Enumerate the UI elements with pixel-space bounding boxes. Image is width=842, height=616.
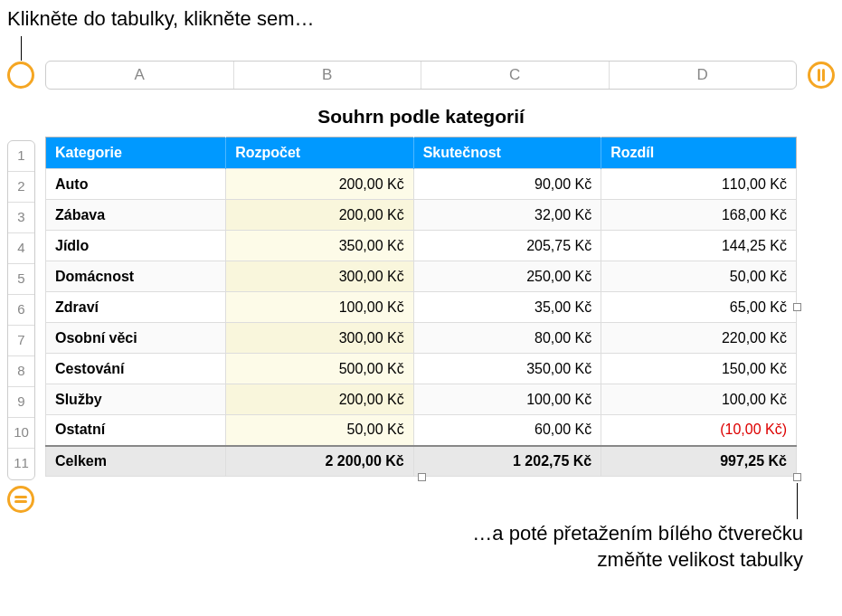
- cell-category[interactable]: Cestování: [46, 354, 226, 384]
- callout-line-top: [21, 36, 22, 61]
- cell-budget[interactable]: 200,00 Kč: [226, 200, 414, 231]
- row-header-5[interactable]: 5: [8, 264, 34, 295]
- table-resize-handle[interactable]: [793, 473, 801, 481]
- row-header-8[interactable]: 8: [8, 356, 34, 387]
- cell-diff[interactable]: 220,00 Kč: [601, 323, 797, 354]
- callout-bottom-line1: …a poté přetažením bílého čtverečku: [472, 522, 803, 545]
- cell-budget[interactable]: 200,00 Kč: [226, 384, 414, 415]
- table-row: Auto200,00 Kč90,00 Kč110,00 Kč: [46, 169, 797, 200]
- cell-diff[interactable]: (10,00 Kč): [601, 415, 797, 446]
- table-row: Služby200,00 Kč100,00 Kč100,00 Kč: [46, 384, 797, 415]
- row-header-7[interactable]: 7: [8, 326, 34, 356]
- cell-diff[interactable]: 50,00 Kč: [601, 261, 797, 292]
- cell-actual[interactable]: 205,75 Kč: [413, 231, 601, 261]
- row-headers: 1234567891011: [7, 140, 35, 480]
- cell-category[interactable]: Jídlo: [46, 231, 226, 261]
- cell-budget[interactable]: 500,00 Kč: [226, 354, 414, 384]
- callout-line-bottom: [797, 483, 798, 519]
- cell-diff[interactable]: 110,00 Kč: [601, 169, 797, 200]
- cell-actual[interactable]: 90,00 Kč: [413, 169, 601, 200]
- cell-category[interactable]: Domácnost: [46, 261, 226, 292]
- row-header-3[interactable]: 3: [8, 203, 34, 233]
- cell-actual[interactable]: 60,00 Kč: [413, 415, 601, 446]
- row-header-11[interactable]: 11: [8, 449, 34, 479]
- row-header-2[interactable]: 2: [8, 172, 34, 203]
- cell-budget[interactable]: 50,00 Kč: [226, 415, 414, 446]
- cell-budget[interactable]: 300,00 Kč: [226, 261, 414, 292]
- header-actual[interactable]: Skutečnost: [413, 137, 601, 169]
- table-row: Zdraví100,00 Kč35,00 Kč65,00 Kč: [46, 292, 797, 323]
- table-area: Souhrn podle kategorií Kategorie Rozpoče…: [45, 97, 797, 477]
- cell-budget[interactable]: 200,00 Kč: [226, 169, 414, 200]
- cell-diff[interactable]: 150,00 Kč: [601, 354, 797, 384]
- callout-bottom: …a poté přetažením bílého čtverečku změň…: [472, 521, 803, 573]
- cell-category[interactable]: Zdraví: [46, 292, 226, 323]
- table-row: Jídlo350,00 Kč205,75 Kč144,25 Kč: [46, 231, 797, 261]
- cell-diff[interactable]: 100,00 Kč: [601, 384, 797, 415]
- cell-category[interactable]: Služby: [46, 384, 226, 415]
- table-row: Cestování500,00 Kč350,00 Kč150,00 Kč: [46, 354, 797, 384]
- table-row: Domácnost300,00 Kč250,00 Kč50,00 Kč: [46, 261, 797, 292]
- cell-budget[interactable]: 100,00 Kč: [226, 292, 414, 323]
- table-row: Zábava200,00 Kč32,00 Kč168,00 Kč: [46, 200, 797, 231]
- total-actual[interactable]: 1 202,75 Kč: [413, 446, 601, 477]
- column-header-c[interactable]: C: [421, 62, 610, 89]
- row-header-4[interactable]: 4: [8, 233, 34, 264]
- table-header-row: Kategorie Rozpočet Skutečnost Rozdíl: [46, 137, 797, 169]
- column-resize-handle[interactable]: [793, 303, 801, 311]
- table-row: Osobní věci300,00 Kč80,00 Kč220,00 Kč: [46, 323, 797, 354]
- column-header-b[interactable]: B: [234, 62, 422, 89]
- total-diff[interactable]: 997,25 Kč: [601, 446, 797, 477]
- add-column-handle-icon[interactable]: [808, 62, 835, 89]
- callout-bottom-line2: změňte velikost tabulky: [598, 548, 803, 571]
- callout-top: Klikněte do tabulky, klikněte sem…: [7, 7, 315, 31]
- cell-actual[interactable]: 350,00 Kč: [413, 354, 601, 384]
- row-header-6[interactable]: 6: [8, 295, 34, 326]
- cell-diff[interactable]: 144,25 Kč: [601, 231, 797, 261]
- table-title: Souhrn podle kategorií: [45, 97, 797, 137]
- header-budget[interactable]: Rozpočet: [226, 137, 414, 169]
- table-row-total: Celkem2 200,00 Kč1 202,75 Kč997,25 Kč: [46, 446, 797, 477]
- cell-category[interactable]: Osobní věci: [46, 323, 226, 354]
- header-diff[interactable]: Rozdíl: [601, 137, 797, 169]
- column-header-d[interactable]: D: [610, 62, 797, 89]
- row-header-9[interactable]: 9: [8, 387, 34, 418]
- cell-diff[interactable]: 65,00 Kč: [601, 292, 797, 323]
- data-table[interactable]: Kategorie Rozpočet Skutečnost Rozdíl Aut…: [45, 137, 797, 477]
- cell-actual[interactable]: 80,00 Kč: [413, 323, 601, 354]
- cell-category[interactable]: Ostatní: [46, 415, 226, 446]
- total-label[interactable]: Celkem: [46, 446, 226, 477]
- cell-actual[interactable]: 250,00 Kč: [413, 261, 601, 292]
- row-header-10[interactable]: 10: [8, 418, 34, 449]
- add-row-handle-icon[interactable]: [7, 486, 34, 513]
- header-category[interactable]: Kategorie: [46, 137, 226, 169]
- row-resize-handle[interactable]: [418, 473, 426, 481]
- cell-category[interactable]: Auto: [46, 169, 226, 200]
- total-budget[interactable]: 2 200,00 Kč: [226, 446, 414, 477]
- cell-actual[interactable]: 32,00 Kč: [413, 200, 601, 231]
- cell-budget[interactable]: 350,00 Kč: [226, 231, 414, 261]
- cell-budget[interactable]: 300,00 Kč: [226, 323, 414, 354]
- cell-diff[interactable]: 168,00 Kč: [601, 200, 797, 231]
- row-header-1[interactable]: 1: [8, 141, 34, 172]
- column-headers: A B C D: [45, 61, 797, 90]
- cell-actual[interactable]: 100,00 Kč: [413, 384, 601, 415]
- column-header-a[interactable]: A: [46, 62, 234, 89]
- table-select-handle-icon[interactable]: [7, 62, 34, 89]
- cell-actual[interactable]: 35,00 Kč: [413, 292, 601, 323]
- cell-category[interactable]: Zábava: [46, 200, 226, 231]
- table-row: Ostatní50,00 Kč60,00 Kč(10,00 Kč): [46, 415, 797, 446]
